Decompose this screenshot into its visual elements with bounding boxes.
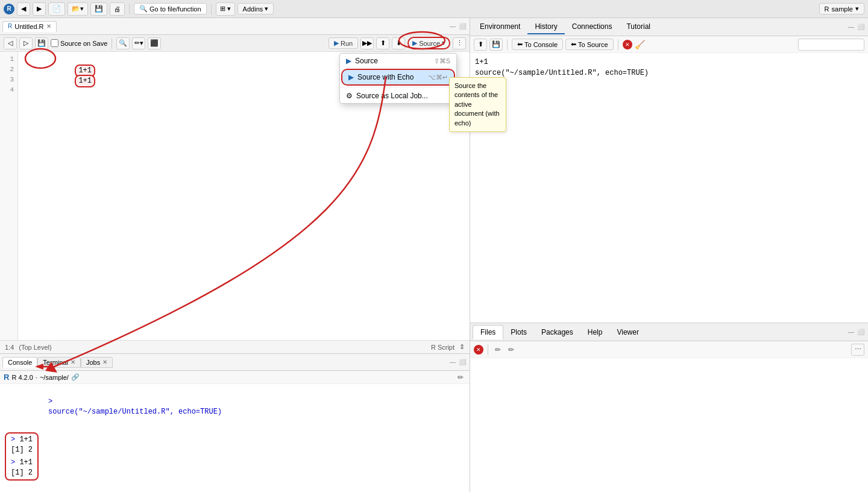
save-history-button[interactable]: 💾 xyxy=(489,39,503,51)
open-file-button[interactable]: 📂▾ xyxy=(68,2,88,16)
console-tab-terminal[interactable]: Terminal ✕ xyxy=(37,357,81,368)
minimize-console-button[interactable]: — xyxy=(448,358,458,367)
tab-files[interactable]: Files xyxy=(473,325,503,339)
maximize-console-button[interactable]: ⬜ xyxy=(458,358,467,367)
history-search-box[interactable] xyxy=(798,39,864,51)
forward-button[interactable]: ▶ xyxy=(33,2,46,16)
source-job-icon: ⚙ xyxy=(346,92,353,100)
right-bottom-content xyxy=(470,358,868,492)
back-button[interactable]: ◀ xyxy=(17,2,30,16)
go-to-file-button[interactable]: 🔍 Go to file/function xyxy=(134,3,207,14)
run-button[interactable]: ▶ Run xyxy=(329,37,358,49)
save-file-button[interactable]: 💾 xyxy=(35,37,48,49)
terminal-tab-close[interactable]: ✕ xyxy=(71,359,75,365)
console-content[interactable]: > source("~/sample/Untitled.R", echo=TRU… xyxy=(0,384,470,492)
up-button[interactable]: ⬆ xyxy=(376,37,389,49)
r-icon: R xyxy=(4,373,9,382)
minimize-right-top-button[interactable]: — xyxy=(846,22,856,32)
tab-plots[interactable]: Plots xyxy=(503,326,534,339)
maximize-right-top-button[interactable]: ⬜ xyxy=(856,22,866,32)
maximize-right-bottom-button[interactable]: ⬜ xyxy=(856,327,866,337)
editor-tab-bar: R Untitled.R ✕ — ⬜ xyxy=(0,18,470,35)
minimize-editor-button[interactable]: — xyxy=(448,22,458,31)
console-toolbar: R R 4.2.0 · ~/sample/ 🔗 ✏ xyxy=(0,371,470,384)
tab-tutorial[interactable]: Tutorial xyxy=(619,20,658,34)
source-menu-separator xyxy=(340,87,456,87)
right-top-panel: Environment History Connections Tutorial… xyxy=(470,18,868,323)
console-tab-console[interactable]: Console xyxy=(2,357,37,368)
print-button[interactable]: 🖨 xyxy=(110,2,125,16)
source-icon: ▶ xyxy=(412,39,417,47)
edit-history-button[interactable]: 🧹 xyxy=(635,39,646,50)
minimize-right-bottom-button[interactable]: — xyxy=(846,327,856,337)
top-toolbar: R ◀ ▶ 📄 📂▾ 💾 🖨 🔍 Go to file/function ⊞▾ … xyxy=(0,0,868,18)
source-on-save-checkbox[interactable]: Source on Save xyxy=(51,39,107,47)
right-top-sep xyxy=(507,39,508,50)
clear-files-button[interactable]: ✕ xyxy=(474,345,483,355)
jobs-tab-close[interactable]: ✕ xyxy=(102,359,107,365)
working-dir-link-icon: 🔗 xyxy=(71,373,80,381)
run-icon: ▶ xyxy=(334,39,339,47)
console-out-line-1: > 1+1 xyxy=(11,435,33,445)
re-run-button[interactable]: ▶▶ xyxy=(360,37,374,49)
find-replace-button[interactable]: ✏▾ xyxy=(132,37,145,49)
tab-packages[interactable]: Packages xyxy=(534,326,580,339)
right-top-toolbar: ⬆ 💾 ⬅ To Console ⬅ To Source ✕ 🧹 xyxy=(470,36,868,53)
undo-button[interactable]: ◁ xyxy=(4,37,17,49)
history-line-2: source("~/sample/Untitled.R", echo=TRUE) xyxy=(475,68,863,78)
console-command: source("~/sample/Untitled.R", echo=TRUE) xyxy=(48,408,222,416)
tab-viewer[interactable]: Viewer xyxy=(609,326,646,339)
go-to-file-icon: 🔍 xyxy=(139,5,148,13)
line-numbers: 1 2 3 4 xyxy=(0,52,18,340)
history-content[interactable]: 1+1 source("~/sample/Untitled.R", echo=T… xyxy=(470,53,868,323)
to-console-arrow-icon: ⬅ xyxy=(517,40,523,48)
console-out-line-3: > 1+1 xyxy=(11,458,33,468)
files-more-button[interactable]: ⋯ xyxy=(851,344,864,356)
tab-close-button[interactable]: ✕ xyxy=(46,23,51,30)
right-bottom-toolbar: ✕ ✏ ✏ ⋯ xyxy=(470,341,868,358)
search-button[interactable]: 🔍 xyxy=(116,37,130,49)
edit-files-button-2[interactable]: ✏ xyxy=(506,344,517,355)
grid-button[interactable]: ⊞▾ xyxy=(216,2,235,16)
source-on-save-check[interactable] xyxy=(51,39,58,47)
tab-help[interactable]: Help xyxy=(580,326,610,339)
redo-button[interactable]: ▷ xyxy=(19,37,33,49)
history-search-input[interactable] xyxy=(801,41,861,48)
source-menu-item-with-echo[interactable]: ▶ Source with Echo ⌥⌘↵ xyxy=(341,69,455,86)
tab-environment[interactable]: Environment xyxy=(473,20,527,34)
down-button[interactable]: ⬇ xyxy=(392,37,405,49)
source-button[interactable]: ▶ Source ▾ xyxy=(407,37,450,49)
to-source-button[interactable]: ⬅ To Source xyxy=(565,39,614,50)
editor-sep-1 xyxy=(112,38,112,49)
console-tab-jobs[interactable]: Jobs ✕ xyxy=(81,357,113,368)
user-badge[interactable]: R sample ▾ xyxy=(819,3,864,14)
maximize-editor-button[interactable]: ⬜ xyxy=(458,22,467,31)
console-out-line-4: [1] 2 xyxy=(11,468,33,478)
source-menu-item-local-job[interactable]: ⚙ Source as Local Job... xyxy=(340,89,456,103)
separator-1 xyxy=(129,4,130,14)
r-version-label: R 4.2.0 xyxy=(11,374,33,381)
edit-files-button-1[interactable]: ✏ xyxy=(492,344,503,355)
more-options-button[interactable]: ⋮ xyxy=(453,37,466,49)
clear-history-button[interactable]: ✕ xyxy=(623,40,632,49)
r-file-icon: R xyxy=(8,23,12,30)
user-chevron-icon: ▾ xyxy=(855,5,859,13)
history-line-1: 1+1 xyxy=(475,57,863,68)
new-file-button[interactable]: 📄 xyxy=(48,2,65,16)
tab-history[interactable]: History xyxy=(527,20,564,34)
clear-console-button[interactable]: ✏ xyxy=(455,372,466,383)
editor-tab-untitled[interactable]: R Untitled.R ✕ xyxy=(2,21,57,32)
r-logo[interactable]: R xyxy=(4,4,14,14)
console-cursor-line: > xyxy=(5,482,465,492)
editor-toolbar: ◁ ▷ 💾 Source on Save 🔍 ✏▾ ⬛ ▶ Run ▶▶ ⬆ xyxy=(0,35,470,52)
console-tab-bar: Console Terminal ✕ Jobs ✕ — ⬜ xyxy=(0,354,470,371)
tab-connections[interactable]: Connections xyxy=(565,20,620,34)
source-menu-item-source[interactable]: ▶ Source ⇧⌘S xyxy=(340,54,456,68)
r-version-indicator: R R 4.2.0 · ~/sample/ 🔗 xyxy=(4,373,80,382)
code-tools-button[interactable]: ⬛ xyxy=(148,37,161,49)
addins-button[interactable]: Addins ▾ xyxy=(237,3,274,14)
load-history-button[interactable]: ⬆ xyxy=(474,39,487,51)
save-button[interactable]: 💾 xyxy=(90,2,107,16)
to-console-button[interactable]: ⬅ To Console xyxy=(512,39,563,50)
console-spacer xyxy=(5,427,465,431)
